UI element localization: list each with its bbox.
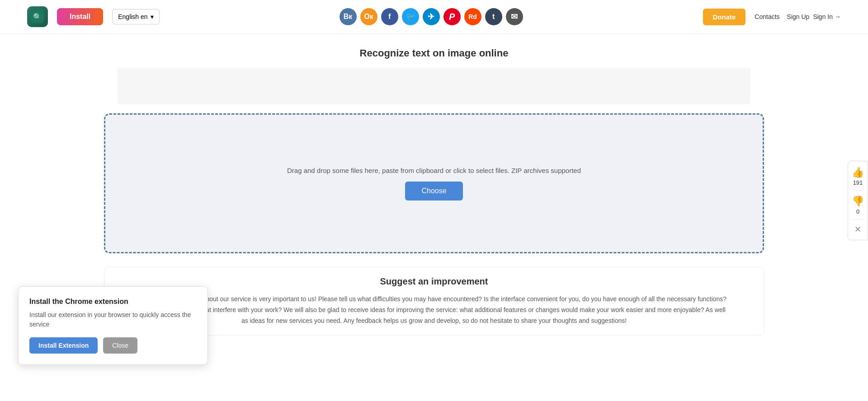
install-button[interactable]: Install — [57, 8, 103, 25]
signin-arrow-icon: → — [835, 13, 841, 20]
popup-description: Install our extension in your browser to… — [29, 310, 197, 329]
vk-icon[interactable]: Вк — [340, 8, 357, 25]
auth-links[interactable]: Sign Up Sign In → — [787, 13, 841, 20]
telegram-icon[interactable]: ✈ — [423, 8, 440, 25]
dropzone-instructions: Drag and drop some files here, paste fro… — [287, 167, 581, 174]
logo-icon: 🔍 — [27, 6, 48, 27]
facebook-icon[interactable]: f — [381, 8, 398, 25]
page-title: Recognize text on image online — [9, 47, 859, 59]
popup-actions: Install Extension Close — [29, 337, 197, 349]
language-selector[interactable]: English en ▾ — [112, 9, 159, 24]
language-label: English en — [118, 13, 147, 20]
sidebar-divider-2 — [852, 219, 864, 220]
popup-title: Install the Chrome extension — [29, 298, 197, 306]
pinterest-icon[interactable]: P — [443, 8, 461, 25]
popup-close-button[interactable]: Close — [103, 337, 137, 349]
suggest-text: Friends, your opinion about our service … — [140, 294, 728, 326]
header-nav: Contacts Sign Up Sign In → — [755, 13, 841, 20]
like-button[interactable]: 👍 191 — [852, 167, 864, 186]
thumbs-up-icon: 👍 — [852, 167, 864, 178]
feedback-sidebar: 👍 191 👎 0 ✕ — [848, 161, 868, 240]
sidebar-divider — [852, 191, 864, 191]
reddit-icon[interactable]: Rd — [464, 8, 481, 25]
like-count: 191 — [853, 179, 863, 186]
ad-banner — [118, 68, 750, 104]
popup-install-button[interactable]: Install Extension — [29, 337, 98, 349]
suggest-title: Suggest an improvement — [113, 276, 755, 287]
thumbs-down-icon: 👎 — [852, 196, 864, 207]
email-icon[interactable]: ✉ — [506, 8, 523, 25]
header: 🔍 Install English en ▾ Вк Ок f 🐦 ✈ P Rd … — [0, 0, 868, 34]
chevron-down-icon: ▾ — [151, 13, 154, 20]
tumblr-icon[interactable]: t — [485, 8, 502, 25]
dislike-button[interactable]: 👎 0 — [852, 196, 864, 215]
signup-link[interactable]: Sign Up — [787, 13, 810, 20]
svg-text:🔍: 🔍 — [33, 13, 42, 21]
chrome-extension-popup: Install the Chrome extension Install our… — [18, 286, 208, 349]
social-icons-group: Вк Ок f 🐦 ✈ P Rd t ✉ — [169, 8, 694, 25]
signin-link[interactable]: Sign In — [813, 13, 833, 20]
ok-icon[interactable]: Ок — [360, 8, 377, 25]
dislike-count: 0 — [856, 208, 859, 215]
contacts-link[interactable]: Contacts — [755, 13, 779, 20]
donate-button[interactable]: Donate — [703, 9, 746, 25]
dropzone[interactable]: Drag and drop some files here, paste fro… — [104, 113, 764, 253]
sidebar-close-button[interactable]: ✕ — [854, 224, 861, 234]
choose-files-button[interactable]: Choose — [405, 182, 462, 200]
twitter-icon[interactable]: 🐦 — [402, 8, 419, 25]
